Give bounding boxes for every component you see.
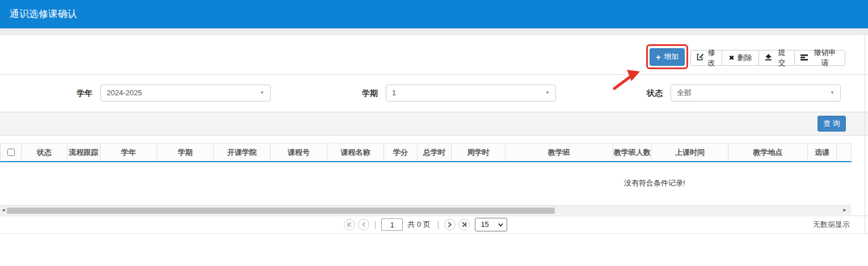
delete-button-label: 删除 — [738, 53, 752, 63]
pagination-bar: | 共 0 页 | 15 无数据显示 — [0, 216, 868, 234]
filter-bar: 学年 2024-2025 ▼ 学期 1 ▼ 状态 全部 ▼ — [0, 75, 868, 112]
scroll-right-icon[interactable]: ► — [842, 206, 847, 215]
year-select[interactable]: 2024-2025 ▼ — [100, 85, 271, 102]
term-label: 学期 — [362, 85, 378, 102]
modify-button[interactable]: 修改 — [690, 50, 722, 66]
pager-controls: | 共 0 页 | 15 — [0, 216, 851, 233]
column-header-course-no[interactable]: 课程号 — [271, 143, 327, 161]
page-title: 通识选修课确认 — [0, 0, 868, 28]
list-bars-icon — [800, 54, 808, 62]
chevron-down-icon — [498, 223, 503, 227]
grid-body: 没有符合条件记录! — [0, 162, 851, 205]
next-page-icon — [448, 222, 452, 227]
prev-page-button[interactable] — [358, 219, 369, 230]
no-data-label: 无数据显示 — [813, 216, 850, 233]
column-header-class[interactable]: 教学班 — [505, 143, 613, 161]
submit-button-label: 提交 — [775, 48, 789, 68]
column-header-total-hours[interactable]: 总学时 — [418, 143, 452, 161]
filter-group-year: 学年 2024-2025 ▼ — [77, 85, 271, 102]
column-header-selection[interactable]: 选课 — [808, 143, 837, 161]
page: 通识选修课确认 + 增加 修改 ✖ 删除 提交 — [0, 0, 868, 266]
caret-down-icon: ▼ — [260, 85, 264, 101]
column-header-process-track[interactable]: 流程跟踪 — [68, 143, 100, 161]
status-select-value: 全部 — [677, 88, 692, 97]
filter-group-status: 状态 全部 ▼ — [647, 85, 841, 102]
year-select-value: 2024-2025 — [107, 88, 142, 97]
last-page-button[interactable] — [458, 219, 470, 230]
first-page-icon — [346, 222, 352, 227]
column-header-class-size[interactable]: 教学班人数 — [613, 143, 652, 161]
column-header-credits[interactable]: 学分 — [384, 143, 418, 161]
first-page-button[interactable] — [344, 219, 355, 230]
grid-header-row: 状态 流程跟踪 学年 学期 开课学院 课程号 课程名称 学分 总学时 周学时 教… — [0, 143, 852, 162]
status-label: 状态 — [647, 85, 663, 102]
toolbar-button-group: 修改 ✖ 删除 提交 撤销申请 — [690, 50, 845, 66]
column-header-location[interactable]: 教学地点 — [728, 143, 808, 161]
column-header-class-time[interactable]: 上课时间 — [652, 143, 728, 161]
prev-page-icon — [361, 222, 366, 227]
add-button[interactable]: + 增加 — [650, 48, 685, 66]
column-header-weekly-hours[interactable]: 周学时 — [452, 143, 505, 161]
scroll-left-icon[interactable]: ◄ — [1, 206, 6, 215]
scrollbar-thumb[interactable] — [7, 208, 555, 214]
column-header-spacer — [837, 143, 852, 161]
title-bar: 通识选修课确认 — [0, 0, 868, 28]
column-header-status[interactable]: 状态 — [22, 143, 68, 161]
column-header-college[interactable]: 开课学院 — [214, 143, 271, 161]
last-page-icon — [461, 222, 467, 227]
edit-icon — [697, 53, 704, 62]
status-select[interactable]: 全部 ▼ — [671, 85, 841, 102]
title-sub-strip — [0, 28, 868, 35]
year-label: 学年 — [77, 85, 92, 102]
column-header-year[interactable]: 学年 — [100, 143, 157, 161]
query-strip — [0, 112, 868, 136]
withdraw-button[interactable]: 撤销申请 — [794, 50, 845, 66]
add-button-label: 增加 — [664, 52, 679, 62]
horizontal-scrollbar[interactable]: ◄ ► — [0, 205, 851, 215]
withdraw-button-label: 撤销申请 — [811, 48, 839, 68]
submit-button[interactable]: 提交 — [759, 50, 795, 66]
column-header-term[interactable]: 学期 — [157, 143, 214, 161]
next-page-button[interactable] — [444, 219, 456, 230]
delete-button[interactable]: ✖ 删除 — [722, 50, 759, 66]
pager-separator: | — [435, 220, 442, 229]
caret-down-icon: ▼ — [545, 85, 550, 101]
filter-group-term: 学期 1 ▼ — [362, 85, 556, 102]
page-size-value: 15 — [481, 220, 488, 229]
page-size-select[interactable]: 15 — [475, 218, 507, 231]
query-button[interactable]: 查 询 — [818, 116, 846, 132]
term-select-value: 1 — [392, 88, 396, 97]
page-number-input[interactable] — [381, 218, 403, 231]
modify-button-label: 修改 — [707, 48, 716, 68]
select-all-checkbox[interactable] — [7, 149, 15, 156]
empty-records-message: 没有符合条件记录! — [624, 178, 685, 188]
pager-separator: | — [372, 220, 379, 229]
caret-down-icon: ▼ — [830, 85, 835, 101]
select-all-cell — [1, 143, 22, 161]
plus-icon: + — [656, 53, 661, 61]
column-header-course-name[interactable]: 课程名称 — [327, 143, 384, 161]
x-icon: ✖ — [728, 54, 734, 61]
total-pages-label: 共 0 页 — [407, 219, 430, 230]
annotation-highlight-box: + 增加 — [646, 44, 688, 69]
upload-icon — [765, 53, 772, 62]
panel-right-border — [865, 35, 865, 234]
term-select[interactable]: 1 ▼ — [386, 85, 556, 102]
